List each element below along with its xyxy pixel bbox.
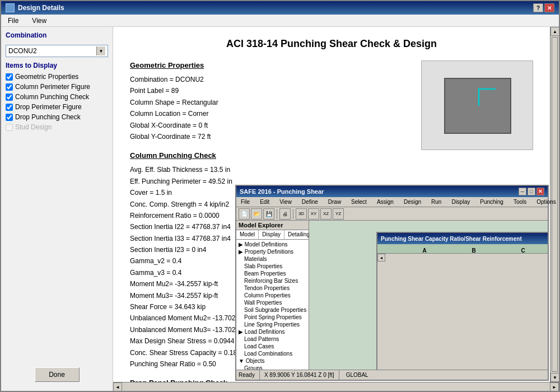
punching-scroll-left[interactable]: ◄: [377, 254, 385, 262]
tree-soil-props[interactable]: Soil Subgrade Properties: [237, 306, 307, 314]
grid-canvas-area: Punching Shear Capacity Ratio/Shear Rein…: [309, 221, 548, 370]
scroll-left-button[interactable]: ◄: [113, 382, 122, 391]
combination-dropdown[interactable]: DCONU2 ▼: [6, 45, 108, 57]
safe-menu-view[interactable]: View: [277, 198, 294, 206]
safe-menu-run[interactable]: Run: [429, 198, 444, 206]
status-ready: Ready: [239, 370, 260, 380]
tree-load-patterns[interactable]: Load Patterns: [237, 335, 307, 343]
column-punching-heading: Column Punching Check: [130, 151, 533, 160]
safe-toolbar: 📄 📂 💾 🖨 3D XY XZ YZ: [236, 207, 548, 221]
safe-menu-edit[interactable]: Edit: [258, 198, 272, 206]
checkbox-stud-design-label: Stud Design: [15, 123, 52, 131]
left-panel: Combination DCONU2 ▼ Items to Display Ge…: [1, 27, 113, 391]
menu-view[interactable]: View: [30, 16, 49, 26]
safe-menu-display[interactable]: Display: [449, 198, 472, 206]
safe-close[interactable]: ✕: [536, 188, 544, 195]
tab-model[interactable]: Model: [236, 230, 259, 239]
combination-value: DCONU2: [8, 47, 37, 55]
tree-column-props[interactable]: Column Properties: [237, 292, 307, 299]
tree-model-defs[interactable]: ▶ Model Definitions: [237, 241, 307, 248]
safe-menu-assign[interactable]: Assign: [375, 198, 396, 206]
tree-beam-props[interactable]: Beam Properties: [237, 270, 307, 277]
tree-line-spring[interactable]: Line Spring Properties: [237, 321, 307, 328]
safe-body: Model Explorer Model Display Detailing ▶…: [236, 221, 548, 370]
title-bar: Design Details ? ✕: [1, 1, 559, 15]
checkbox-geometric-input[interactable]: [6, 73, 13, 81]
punching-shear-window: Punching Shear Capacity Ratio/Shear Rein…: [376, 232, 548, 370]
tool-print[interactable]: 🖨: [279, 208, 291, 220]
tree-wall-props[interactable]: Wall Properties: [237, 299, 307, 306]
menu-bar: File View: [1, 15, 559, 27]
safe-title-bar: SAFE 2016 - Punching Shear ─ □ ✕: [236, 186, 548, 197]
punching-window-title: Punching Shear Capacity Ratio/Shear Rein…: [381, 236, 522, 242]
tool-open[interactable]: 📂: [251, 208, 262, 220]
safe-window: SAFE 2016 - Punching Shear ─ □ ✕ File Ed…: [235, 185, 549, 381]
grid-visualization: A B C D 4 0.4977: [377, 244, 548, 253]
safe-menu-tools[interactable]: Tools: [511, 198, 529, 206]
tab-display[interactable]: Display: [259, 230, 284, 239]
checkbox-drop-perimeter-input[interactable]: [6, 104, 13, 111]
help-button[interactable]: ?: [533, 3, 543, 12]
menu-file[interactable]: File: [6, 16, 21, 26]
safe-menu-define[interactable]: Define: [300, 198, 320, 206]
safe-window-title: SAFE 2016 - Punching Shear: [240, 188, 324, 195]
title-bar-buttons: ? ✕: [533, 3, 554, 12]
tree-load-combos[interactable]: Load Combinations: [237, 350, 307, 357]
safe-status-bar: Ready X 89.9006 Y 16.0841 Z 0 [ft] GLOBA…: [236, 370, 548, 380]
checkbox-drop-punching: Drop Punching Check: [6, 113, 108, 121]
safe-menu-options[interactable]: Options: [534, 198, 558, 206]
tool-yz[interactable]: YZ: [333, 208, 344, 220]
scroll-up-button[interactable]: ▲: [550, 27, 559, 36]
safe-menu-punching[interactable]: Punching: [478, 198, 506, 206]
tree-objects[interactable]: ▼ Objects: [237, 357, 307, 365]
tool-save[interactable]: 💾: [263, 208, 274, 220]
safe-menu-select[interactable]: Select: [349, 198, 369, 206]
title-bar-left: Design Details: [6, 3, 64, 12]
tree-groups[interactable]: Groups: [237, 365, 307, 370]
window-title: Design Details: [18, 4, 64, 12]
tree-tendon-props[interactable]: Tendon Properties: [237, 284, 307, 292]
safe-menu-file[interactable]: File: [239, 198, 252, 206]
tree-slab-props[interactable]: Slab Properties: [237, 263, 307, 270]
tree-prop-defs[interactable]: ▶ Property Definitions: [237, 248, 307, 255]
combination-label: Combination: [6, 31, 108, 39]
safe-menu: File Edit View Define Draw Select Assign…: [236, 197, 548, 207]
tree-load-cases[interactable]: Load Cases: [237, 343, 307, 350]
tree-load-defs[interactable]: ▶ Load Definitions: [237, 328, 307, 335]
checkbox-column-punching-label: Column Punching Check: [15, 93, 89, 101]
safe-menu-design[interactable]: Design: [402, 198, 423, 206]
done-button[interactable]: Done: [35, 367, 80, 382]
checkbox-drop-punching-input[interactable]: [6, 114, 13, 121]
checkbox-geometric: Geometric Properties: [6, 73, 108, 81]
tree-materials[interactable]: Materials: [237, 255, 307, 263]
checkbox-column-punching-input[interactable]: [6, 94, 13, 101]
checkbox-drop-perimeter-label: Drop Perimeter Figure: [15, 103, 82, 111]
checkbox-column-perimeter-input[interactable]: [6, 83, 13, 91]
col-label-a: A: [400, 248, 449, 253]
close-button[interactable]: ✕: [544, 3, 554, 12]
safe-title-buttons: ─ □ ✕: [519, 188, 544, 195]
safe-restore[interactable]: □: [528, 188, 535, 195]
explorer-tabs: Model Display Detailing: [236, 230, 309, 240]
tree-rebar-sizes[interactable]: Reinforcing Bar Sizes: [237, 277, 307, 284]
punching-scroll-track: [385, 254, 548, 261]
col-label-b: B: [449, 248, 498, 253]
safe-minimize[interactable]: ─: [519, 188, 526, 195]
explorer-title: Model Explorer: [236, 221, 309, 230]
tool-xy[interactable]: XY: [308, 208, 319, 220]
col-labels-top: A B C D: [400, 248, 548, 253]
coordinates-text: X 89.9006 Y 16.0841 Z 0 [ft]: [264, 372, 334, 378]
checkbox-stud-design-input[interactable]: [6, 124, 13, 131]
tool-new[interactable]: 📄: [239, 208, 250, 220]
safe-menu-draw[interactable]: Draw: [326, 198, 343, 206]
toolbar-separator-2: [293, 209, 293, 219]
l-shape-svg: [473, 83, 507, 111]
tool-xz[interactable]: XZ: [320, 208, 332, 220]
report-title: ACI 318-14 Punching Shear Check & Design: [130, 38, 533, 50]
tree-point-spring[interactable]: Point Spring Properties: [237, 314, 307, 321]
explorer-tree: ▶ Model Definitions ▶ Property Definitio…: [236, 240, 309, 370]
combo-arrow-icon: ▼: [96, 46, 105, 55]
punching-h-scrollbar[interactable]: ◄ ►: [377, 253, 548, 261]
col-label-c: C: [498, 248, 548, 253]
tool-3d[interactable]: 3D: [296, 208, 307, 220]
